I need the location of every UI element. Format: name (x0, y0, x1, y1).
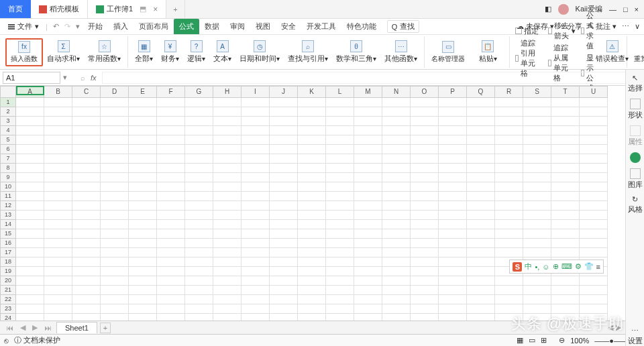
cell[interactable] (523, 201, 551, 211)
menu-tab-4[interactable]: 数据 (199, 19, 225, 34)
cell[interactable] (580, 276, 608, 286)
cell[interactable] (326, 135, 354, 145)
cell[interactable] (580, 304, 608, 314)
cell[interactable] (354, 267, 382, 276)
cell[interactable] (326, 192, 354, 201)
col-header[interactable]: P (439, 86, 467, 98)
cell[interactable] (411, 154, 439, 164)
menu-tab-8[interactable]: 开发工具 (301, 19, 341, 34)
cell[interactable] (551, 164, 580, 173)
cell[interactable] (270, 248, 298, 257)
cell[interactable] (298, 239, 326, 248)
cell[interactable] (326, 220, 354, 229)
cell[interactable] (495, 154, 523, 164)
cell[interactable] (72, 201, 101, 211)
cell[interactable] (354, 98, 382, 107)
cell[interactable] (185, 154, 213, 164)
cell[interactable] (72, 192, 101, 201)
cell[interactable] (270, 173, 298, 182)
cell[interactable] (298, 201, 326, 211)
cell[interactable] (16, 257, 44, 267)
cell[interactable] (354, 248, 382, 257)
cell[interactable] (354, 201, 382, 211)
ime-toolbar[interactable]: S 中 •, ☺ ⊕ ⌨ ⚙ 👕 ≡ (509, 260, 604, 274)
cell[interactable] (241, 257, 270, 267)
cell[interactable] (551, 304, 580, 314)
row-header[interactable]: 17 (0, 248, 16, 257)
cell[interactable] (16, 314, 44, 321)
cell[interactable] (580, 239, 608, 248)
cell[interactable] (523, 117, 551, 126)
cell[interactable] (101, 126, 129, 135)
cell[interactable] (157, 98, 185, 107)
cell[interactable] (270, 220, 298, 229)
zoom-value[interactable]: 100% (570, 337, 589, 345)
cell[interactable] (382, 276, 411, 286)
cell[interactable] (157, 126, 185, 135)
side-shape[interactable]: 形状 (628, 99, 643, 120)
cell[interactable] (16, 117, 44, 126)
cell[interactable] (523, 276, 551, 286)
col-header[interactable]: R (495, 86, 523, 98)
cell[interactable] (241, 192, 270, 201)
cell[interactable] (129, 135, 157, 145)
cell[interactable] (44, 182, 72, 192)
cell[interactable] (523, 295, 551, 304)
cell[interactable] (129, 154, 157, 164)
cell[interactable] (467, 295, 495, 304)
cell[interactable] (270, 257, 298, 267)
cell[interactable] (213, 239, 241, 248)
cell[interactable] (354, 173, 382, 182)
cell[interactable] (411, 248, 439, 257)
cell[interactable] (551, 201, 580, 211)
cell[interactable] (439, 229, 467, 239)
cell[interactable] (270, 98, 298, 107)
cell[interactable] (16, 267, 44, 276)
cell[interactable] (298, 286, 326, 295)
row-header[interactable]: 13 (0, 211, 16, 220)
cell[interactable] (495, 286, 523, 295)
cell[interactable] (411, 192, 439, 201)
cell[interactable] (411, 164, 439, 173)
cell[interactable] (241, 267, 270, 276)
cell[interactable] (523, 145, 551, 154)
cell[interactable] (354, 314, 382, 321)
cell[interactable] (101, 145, 129, 154)
cell[interactable] (439, 211, 467, 220)
cell[interactable] (354, 257, 382, 267)
cell[interactable] (354, 117, 382, 126)
cell[interactable] (129, 107, 157, 117)
cell[interactable] (439, 276, 467, 286)
cell[interactable] (354, 135, 382, 145)
cell[interactable] (523, 192, 551, 201)
cell[interactable] (129, 276, 157, 286)
cell[interactable] (580, 154, 608, 164)
select-all-corner[interactable] (0, 86, 16, 98)
cell[interactable] (72, 276, 101, 286)
cell[interactable] (213, 126, 241, 135)
cell[interactable] (72, 182, 101, 192)
common-fn-button[interactable]: ☆常用函数▾ (84, 39, 125, 65)
cell[interactable] (411, 107, 439, 117)
cell[interactable] (298, 107, 326, 117)
cell[interactable] (101, 135, 129, 145)
cell[interactable] (382, 304, 411, 314)
cell[interactable] (270, 267, 298, 276)
cell[interactable] (213, 145, 241, 154)
col-header[interactable]: U (580, 86, 608, 98)
cell[interactable] (157, 314, 185, 321)
cell[interactable] (185, 314, 213, 321)
cell[interactable] (44, 154, 72, 164)
cell[interactable] (298, 135, 326, 145)
cell[interactable] (129, 304, 157, 314)
cell[interactable] (495, 117, 523, 126)
cell[interactable] (16, 107, 44, 117)
cell[interactable] (298, 126, 326, 135)
cell[interactable] (411, 220, 439, 229)
cell[interactable] (72, 248, 101, 257)
cell[interactable] (241, 286, 270, 295)
cell[interactable] (44, 286, 72, 295)
cell[interactable] (467, 135, 495, 145)
cell[interactable] (241, 211, 270, 220)
cell[interactable] (382, 173, 411, 182)
